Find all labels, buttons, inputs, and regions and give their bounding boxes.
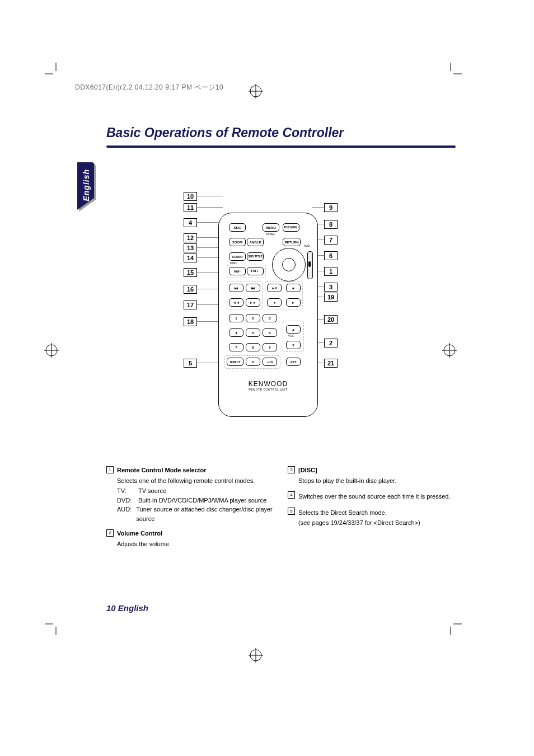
btn-5: 5 (246, 328, 260, 337)
callout-7: 7 (324, 236, 338, 245)
callout-11: 11 (184, 203, 197, 212)
callout-21: 21 (324, 359, 338, 368)
group-disc (227, 265, 266, 278)
desc-item-2: 2Volume ControlAdjusts the volume. (106, 529, 274, 548)
btn-subtitle: SUB TITLE (247, 252, 264, 261)
mode-slider-knob (308, 261, 311, 267)
btn-angle: ANGLE (247, 238, 264, 246)
callout-6: 6 (324, 251, 338, 260)
desc-text: Adjusts the volume. (117, 539, 274, 549)
page-title: Basic Operations of Remote Controller (106, 125, 344, 140)
brand: KENWOOD (219, 380, 317, 388)
brand-sub: REMOTE CONTROL UNIT (219, 388, 317, 391)
desc-marker: 5 (288, 508, 295, 515)
language-tab-label: English (82, 169, 91, 201)
callout-12: 12 (184, 233, 197, 242)
callout-15: 15 (184, 268, 197, 277)
remote-diagram: 10 11 4 12 13 14 15 16 17 18 5 9 8 7 6 1… (184, 187, 336, 422)
desc-title: Volume Control (117, 529, 274, 538)
callout-9: 9 (324, 203, 338, 212)
group-direct (224, 355, 280, 369)
callout-10: 10 (184, 192, 197, 201)
callout-19: 19 (324, 293, 338, 302)
callout-2: 2 (324, 339, 338, 348)
label-msel: M.SEL (266, 232, 275, 236)
btn-9: 9 (263, 343, 277, 351)
print-header: DDX6017(En)r2.2 04.12.20 9:17 PM ページ10 (75, 83, 223, 92)
desc-marker: 4 (288, 491, 295, 499)
btn-src: SRC (229, 223, 246, 232)
btn-1: 1 (229, 314, 243, 322)
btn-menu: MENU (263, 223, 279, 232)
group-transport-right (265, 281, 303, 309)
desc-marker: 3 (288, 466, 295, 473)
btn-top-menu: TOP MENU (283, 223, 299, 232)
joystick-center (282, 258, 296, 271)
desc-marker: 1 (106, 466, 114, 473)
desc-text: Selects one of the following remote cont… (117, 476, 274, 486)
btn-7: 7 (229, 343, 243, 351)
desc-text: Stops to play the built-in disc player. (298, 476, 456, 486)
callout-20: 20 (324, 315, 338, 324)
callout-4: 4 (184, 218, 197, 227)
page-footer: 10 English (106, 603, 148, 613)
callout-1: 1 (324, 267, 338, 276)
language-tab: English (77, 162, 94, 210)
desc-text: Selects the Direct Search mode. (298, 508, 456, 518)
btn-2: 2 (246, 314, 260, 322)
desc-marker: 2 (106, 529, 114, 537)
remote-body: SRC MENU TOP MENU M.SEL ZOOM ANGLE RETUR… (218, 213, 318, 417)
desc-item-3: 3[DISC]Stops to play the built-in disc p… (288, 466, 456, 485)
btn-4: 4 (229, 328, 243, 337)
btn-audio: AUDIO (229, 252, 246, 261)
callout-14: 14 (184, 253, 197, 262)
group-vol (283, 321, 304, 352)
callout-3: 3 (324, 283, 338, 292)
title-rule (106, 145, 456, 148)
callout-17: 17 (184, 300, 197, 309)
btn-8: 8 (246, 343, 260, 351)
label-aud: AUD (304, 244, 310, 247)
desc-note: (see pages 19/24/33/37 for <Direct Searc… (298, 518, 456, 528)
desc-title: Remote Control Mode selector (117, 466, 274, 475)
callout-16: 16 (184, 285, 197, 294)
desc-item-1: 1Remote Control Mode selectorSelects one… (106, 466, 274, 523)
btn-zoom: ZOOM (229, 238, 246, 246)
btn-return: RETURN (283, 238, 301, 246)
btn-att: ATT (286, 358, 301, 366)
callout-13: 13 (184, 243, 197, 252)
group-transport-left (227, 281, 263, 309)
descriptions: 1Remote Control Mode selectorSelects one… (106, 466, 456, 554)
btn-3: 3 (263, 314, 277, 322)
btn-6: 6 (263, 328, 277, 337)
desc-item-5: 5Selects the Direct Search mode.(see pag… (288, 507, 456, 528)
callout-8: 8 (324, 220, 338, 229)
desc-item-4: 4Switches over the sound source each tim… (288, 491, 456, 501)
callout-18: 18 (184, 317, 197, 326)
callout-5: 5 (184, 359, 197, 368)
desc-title: [DISC] (298, 466, 456, 475)
desc-text: Switches over the sound source each time… (298, 492, 456, 501)
